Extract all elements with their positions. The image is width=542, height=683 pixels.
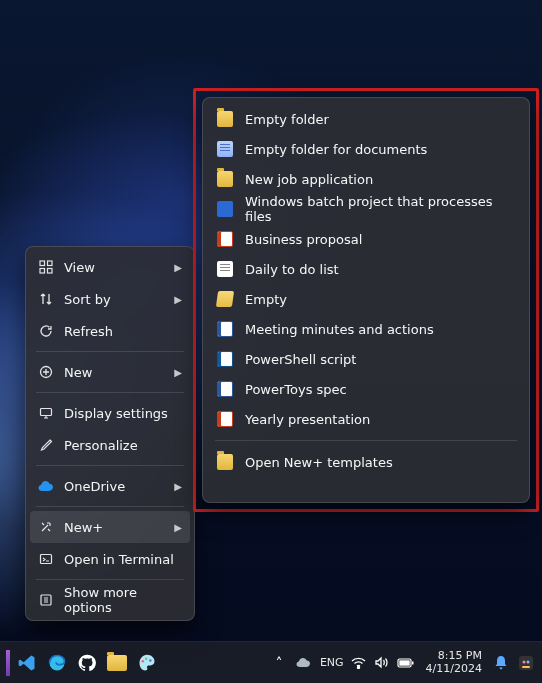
menu-item-sort-by[interactable]: Sort by ▶ — [30, 283, 190, 315]
menu-separator — [36, 465, 184, 466]
template-label: Daily to do list — [245, 262, 339, 277]
newplus-submenu: Empty folder Empty folder for documents … — [202, 97, 530, 503]
batch-file-icon — [217, 201, 233, 217]
menu-item-label: Refresh — [64, 324, 113, 339]
system-tray: ˄ ENG 8:15 PM 4/11/2024 — [270, 650, 536, 676]
svg-point-10 — [145, 657, 148, 660]
chevron-right-icon: ▶ — [174, 522, 182, 533]
tray-overflow-chevron-icon[interactable]: ˄ — [270, 650, 288, 676]
view-grid-icon — [38, 259, 54, 275]
svg-point-11 — [149, 659, 152, 662]
menu-item-label: Open in Terminal — [64, 552, 174, 567]
taskbar-app-github[interactable] — [74, 650, 100, 676]
svg-rect-15 — [412, 661, 414, 664]
powerpoint-icon — [217, 411, 233, 427]
tray-language[interactable]: ENG — [320, 656, 344, 669]
open-templates-item[interactable]: Open New+ templates — [207, 447, 525, 477]
template-label: Yearly presentation — [245, 412, 370, 427]
menu-separator — [36, 351, 184, 352]
svg-point-12 — [358, 666, 360, 668]
template-item[interactable]: Meeting minutes and actions — [207, 314, 525, 344]
menu-item-label: Personalize — [64, 438, 138, 453]
personalize-icon — [38, 437, 54, 453]
template-label: Empty — [245, 292, 287, 307]
menu-item-open-terminal[interactable]: Open in Terminal — [30, 543, 190, 575]
svg-rect-14 — [399, 660, 409, 665]
tray-wifi-icon[interactable] — [351, 650, 367, 676]
menu-item-newplus[interactable]: New+ ▶ — [30, 511, 190, 543]
template-label: PowerToys spec — [245, 382, 347, 397]
folder-icon — [217, 171, 233, 187]
menu-item-refresh[interactable]: Refresh — [30, 315, 190, 347]
text-file-icon — [217, 261, 233, 277]
word-doc-icon — [217, 381, 233, 397]
taskbar-app-explorer[interactable] — [104, 650, 130, 676]
menu-item-view[interactable]: View ▶ — [30, 251, 190, 283]
menu-item-onedrive[interactable]: OneDrive ▶ — [30, 470, 190, 502]
tray-onedrive-icon[interactable] — [295, 650, 313, 676]
folder-open-icon — [216, 291, 234, 307]
template-item[interactable]: Business proposal — [207, 224, 525, 254]
svg-rect-19 — [522, 666, 530, 668]
svg-point-18 — [527, 660, 530, 663]
desktop-context-menu: View ▶ Sort by ▶ Refresh New ▶ Display s… — [25, 246, 195, 621]
svg-point-9 — [142, 660, 145, 663]
new-icon — [38, 364, 54, 380]
template-label: New job application — [245, 172, 373, 187]
menu-item-show-more[interactable]: Show more options — [30, 584, 190, 616]
display-icon — [38, 405, 54, 421]
tray-time: 8:15 PM — [426, 650, 482, 662]
svg-rect-5 — [41, 409, 52, 416]
template-label: Business proposal — [245, 232, 362, 247]
menu-separator — [36, 392, 184, 393]
template-item[interactable]: Windows batch project that processes fil… — [207, 194, 525, 224]
menu-separator — [36, 579, 184, 580]
template-item[interactable]: Daily to do list — [207, 254, 525, 284]
terminal-icon — [38, 551, 54, 567]
menu-item-label: OneDrive — [64, 479, 125, 494]
svg-rect-1 — [48, 261, 53, 266]
chevron-right-icon: ▶ — [174, 262, 182, 273]
menu-item-label: New — [64, 365, 92, 380]
template-item[interactable]: New job application — [207, 164, 525, 194]
taskbar-pinned-apps — [6, 650, 160, 676]
template-item[interactable]: Yearly presentation — [207, 404, 525, 434]
template-label: Empty folder for documents — [245, 142, 427, 157]
menu-item-label: Sort by — [64, 292, 111, 307]
tray-battery-icon[interactable] — [397, 650, 415, 676]
taskbar-app-paint[interactable] — [134, 650, 160, 676]
menu-item-display-settings[interactable]: Display settings — [30, 397, 190, 429]
taskbar-app-vscode[interactable] — [14, 650, 40, 676]
template-item[interactable]: PowerShell script — [207, 344, 525, 374]
menu-item-new[interactable]: New ▶ — [30, 356, 190, 388]
svg-rect-6 — [41, 555, 52, 564]
menu-item-personalize[interactable]: Personalize — [30, 429, 190, 461]
template-item[interactable]: Empty folder — [207, 104, 525, 134]
sort-icon — [38, 291, 54, 307]
tray-clock[interactable]: 8:15 PM 4/11/2024 — [422, 650, 486, 674]
refresh-icon — [38, 323, 54, 339]
tray-volume-icon[interactable] — [374, 650, 390, 676]
template-item[interactable]: PowerToys spec — [207, 374, 525, 404]
onedrive-icon — [38, 478, 54, 494]
more-icon — [38, 592, 54, 608]
tray-copilot-icon[interactable] — [516, 650, 536, 676]
chevron-right-icon: ▶ — [174, 367, 182, 378]
document-folder-icon — [217, 141, 233, 157]
svg-rect-3 — [48, 269, 53, 274]
highlight-box: Empty folder Empty folder for documents … — [193, 88, 539, 512]
menu-item-label: View — [64, 260, 95, 275]
template-label: PowerShell script — [245, 352, 356, 367]
powershell-icon — [217, 351, 233, 367]
tray-notifications-icon[interactable] — [493, 650, 509, 676]
taskbar: ˄ ENG 8:15 PM 4/11/2024 — [0, 641, 542, 683]
template-item[interactable]: Empty folder for documents — [207, 134, 525, 164]
template-item[interactable]: Empty — [207, 284, 525, 314]
taskbar-app-vs[interactable] — [6, 650, 10, 676]
folder-icon — [217, 454, 233, 470]
chevron-right-icon: ▶ — [174, 294, 182, 305]
taskbar-app-edge[interactable] — [44, 650, 70, 676]
menu-item-label: Show more options — [64, 585, 182, 615]
tray-date: 4/11/2024 — [426, 663, 482, 675]
menu-separator — [36, 506, 184, 507]
